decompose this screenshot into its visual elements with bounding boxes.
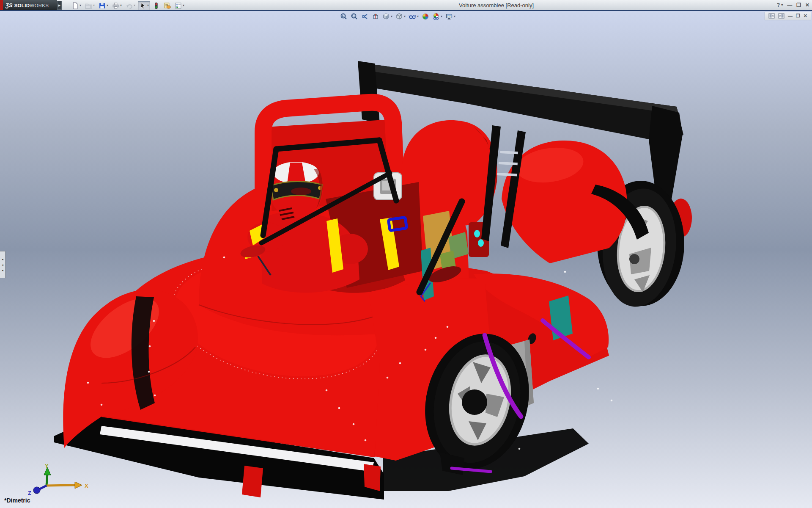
feature-panel-collapse-tab[interactable]: ◂ ◂ ◂ xyxy=(0,251,5,278)
doc-close-glyph: ✕ xyxy=(804,13,807,19)
open-document[interactable]: ▾ xyxy=(84,1,96,10)
save-document[interactable]: ▾ xyxy=(97,1,110,10)
window-controls: ?▾—❐✕ xyxy=(777,1,809,9)
new-document-dropdown-icon[interactable]: ▾ xyxy=(80,4,81,7)
heads-up-view-toolbar: ▾▾▾▾▾ xyxy=(340,12,456,20)
tile-right[interactable] xyxy=(778,13,785,19)
zoom-to-fit[interactable] xyxy=(340,12,348,20)
doc-minimize[interactable]: — xyxy=(788,14,793,19)
select-dropdown-icon[interactable]: ▾ xyxy=(147,4,149,7)
solidworks-logo: ƷS SOLIDWORKS xyxy=(3,0,57,10)
undo[interactable]: ▾ xyxy=(124,1,137,10)
doc-close[interactable]: ✕ xyxy=(804,13,807,19)
hide-show-items[interactable]: ▾ xyxy=(408,12,419,20)
apply-scene-dropdown-icon[interactable]: ▾ xyxy=(441,15,442,18)
collapse-arrow-icon: ◂ xyxy=(2,258,3,261)
svg-text:Z: Z xyxy=(28,490,31,496)
print-document-dropdown-icon[interactable]: ▾ xyxy=(120,4,122,7)
collapse-arrow-icon: ◂ xyxy=(2,269,3,272)
window-title: Voiture assomblee [Read-only] xyxy=(459,2,534,8)
view-orientation-label: *Dimetric xyxy=(4,497,30,504)
triad-y-axis: Y xyxy=(44,464,51,486)
print-document[interactable]: ▾ xyxy=(111,1,123,10)
doc-restore-glyph: ❐ xyxy=(796,13,800,19)
help-button-dropdown-icon[interactable]: ▾ xyxy=(781,3,783,7)
edit-appearance[interactable] xyxy=(421,12,430,20)
apply-scene[interactable]: ▾ xyxy=(432,12,443,20)
brand-stripe xyxy=(0,0,3,10)
view-settings-dropdown-icon[interactable]: ▾ xyxy=(454,15,455,18)
hide-show-items-dropdown-icon[interactable]: ▾ xyxy=(417,15,419,18)
close-button[interactable]: ✕ xyxy=(805,2,809,8)
open-document-dropdown-icon[interactable]: ▾ xyxy=(93,4,95,7)
previous-view[interactable] xyxy=(361,12,369,20)
help-button[interactable]: ?▾ xyxy=(777,2,783,8)
display-style-dropdown-icon[interactable]: ▾ xyxy=(404,15,406,18)
collapse-arrow-icon: ◂ xyxy=(2,263,3,266)
solidworks-window: ƷS SOLIDWORKS ▶ ▾▾▾▾▾▾▾ Voiture assomble… xyxy=(0,0,812,508)
document-window-controls: —❐✕ xyxy=(765,12,811,20)
zoom-to-area[interactable] xyxy=(350,12,359,20)
brand-name-bold: SOLID xyxy=(14,3,30,8)
viewport-3d[interactable] xyxy=(0,11,812,508)
view-orientation[interactable]: ▾ xyxy=(382,12,393,20)
options-dropdown-icon[interactable]: ▾ xyxy=(183,4,184,7)
view-settings[interactable]: ▾ xyxy=(445,12,456,20)
section-view[interactable] xyxy=(371,12,380,20)
tile-left[interactable] xyxy=(768,13,775,19)
undo-dropdown-icon[interactable]: ▾ xyxy=(134,4,135,7)
save-document-dropdown-icon[interactable]: ▾ xyxy=(107,4,108,7)
svg-text:X: X xyxy=(85,483,88,489)
new-document[interactable]: ▾ xyxy=(70,1,82,10)
minimize-button[interactable]: — xyxy=(787,2,792,8)
doc-restore[interactable]: ❐ xyxy=(796,13,800,19)
view-orientation-dropdown-icon[interactable]: ▾ xyxy=(391,15,392,18)
options[interactable]: ▾ xyxy=(173,1,186,10)
menu-expand-arrow[interactable]: ▶ xyxy=(57,1,62,10)
brand-name-light: WORKS xyxy=(30,3,49,8)
brand-mark: ƷS xyxy=(5,2,13,8)
doc-minimize-glyph: — xyxy=(788,14,793,19)
standard-toolbar: ▾▾▾▾▾▾▾ xyxy=(70,1,186,10)
select[interactable]: ▾ xyxy=(138,1,150,10)
display-style[interactable]: ▾ xyxy=(395,12,406,20)
restore-button[interactable]: ❐ xyxy=(796,2,801,8)
edit-color[interactable] xyxy=(162,1,172,10)
title-bar: ƷS SOLIDWORKS ▶ ▾▾▾▾▾▾▾ Voiture assomble… xyxy=(0,0,812,11)
triad-z-axis: Z xyxy=(28,486,47,496)
rebuild[interactable] xyxy=(151,1,161,10)
svg-text:Y: Y xyxy=(45,464,49,469)
race-car-model xyxy=(0,11,812,508)
triad-x-axis: X xyxy=(47,482,88,489)
